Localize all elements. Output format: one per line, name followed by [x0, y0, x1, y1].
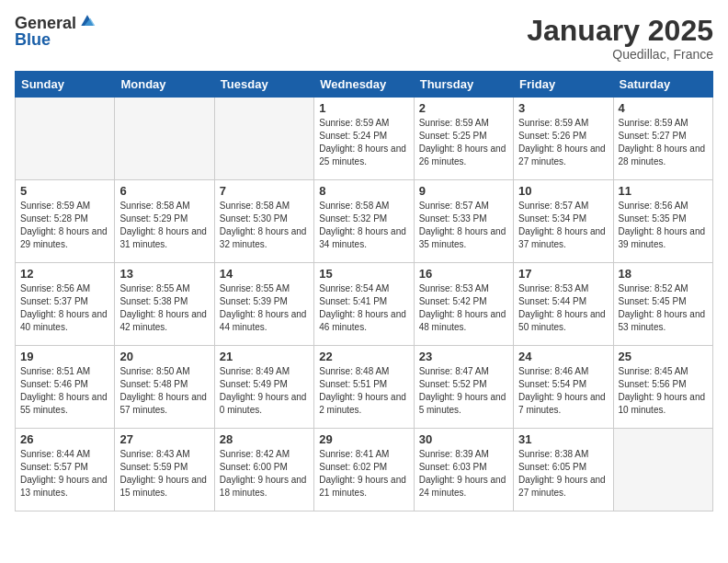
day-info: Sunrise: 8:55 AMSunset: 5:38 PMDaylight:… — [119, 282, 209, 334]
calendar-week-1: 1 Sunrise: 8:59 AMSunset: 5:24 PMDayligh… — [16, 98, 713, 180]
day-info: Sunrise: 8:58 AMSunset: 5:30 PMDaylight:… — [220, 200, 309, 251]
day-header-wednesday: Wednesday — [314, 72, 414, 98]
calendar-cell: 15 Sunrise: 8:54 AMSunset: 5:41 PMDaylig… — [314, 263, 414, 346]
calendar-cell: 16 Sunrise: 8:53 AMSunset: 5:42 PMDaylig… — [414, 263, 513, 346]
day-info: Sunrise: 8:51 AMSunset: 5:46 PMDaylight:… — [20, 365, 109, 417]
day-info: Sunrise: 8:41 AMSunset: 6:02 PMDaylight:… — [319, 448, 408, 500]
day-number: 2 — [419, 101, 508, 115]
calendar-cell: 17 Sunrise: 8:53 AMSunset: 5:44 PMDaylig… — [514, 263, 613, 346]
calendar-week-2: 5 Sunrise: 8:59 AMSunset: 5:28 PMDayligh… — [16, 180, 713, 263]
day-number: 16 — [419, 267, 508, 281]
calendar-cell: 13 Sunrise: 8:55 AMSunset: 5:38 PMDaylig… — [115, 263, 214, 346]
day-number: 19 — [20, 350, 109, 363]
day-header-saturday: Saturday — [613, 72, 712, 98]
day-info: Sunrise: 8:59 AMSunset: 5:28 PMDaylight:… — [20, 200, 109, 251]
calendar-cell: 10 Sunrise: 8:57 AMSunset: 5:34 PMDaylig… — [514, 180, 613, 263]
day-info: Sunrise: 8:53 AMSunset: 5:44 PMDaylight:… — [518, 282, 608, 334]
page-header: General Blue January 2025 Quedillac, Fra… — [15, 15, 713, 62]
day-info: Sunrise: 8:47 AMSunset: 5:52 PMDaylight:… — [419, 365, 508, 417]
day-info: Sunrise: 8:46 AMSunset: 5:54 PMDaylight:… — [518, 365, 608, 417]
day-number: 5 — [20, 184, 109, 198]
calendar-cell: 7 Sunrise: 8:58 AMSunset: 5:30 PMDayligh… — [214, 180, 313, 263]
calendar-cell: 19 Sunrise: 8:51 AMSunset: 5:46 PMDaylig… — [16, 346, 115, 429]
day-number: 11 — [619, 184, 708, 198]
calendar-cell: 1 Sunrise: 8:59 AMSunset: 5:24 PMDayligh… — [314, 98, 414, 180]
calendar-cell: 28 Sunrise: 8:42 AMSunset: 6:00 PMDaylig… — [214, 429, 313, 511]
day-info: Sunrise: 8:49 AMSunset: 5:49 PMDaylight:… — [220, 365, 309, 417]
day-info: Sunrise: 8:53 AMSunset: 5:42 PMDaylight:… — [419, 282, 508, 334]
day-info: Sunrise: 8:59 AMSunset: 5:26 PMDaylight:… — [518, 117, 608, 168]
day-number: 25 — [619, 350, 708, 363]
day-info: Sunrise: 8:57 AMSunset: 5:34 PMDaylight:… — [518, 200, 608, 251]
day-number: 26 — [20, 432, 109, 446]
logo: General Blue — [15, 15, 97, 48]
day-number: 21 — [220, 350, 309, 363]
logo-icon — [78, 12, 97, 30]
calendar-week-3: 12 Sunrise: 8:56 AMSunset: 5:37 PMDaylig… — [16, 263, 713, 346]
calendar-week-5: 26 Sunrise: 8:44 AMSunset: 5:57 PMDaylig… — [16, 429, 713, 511]
calendar-cell: 6 Sunrise: 8:58 AMSunset: 5:29 PMDayligh… — [115, 180, 214, 263]
calendar-cell: 21 Sunrise: 8:49 AMSunset: 5:49 PMDaylig… — [214, 346, 313, 429]
calendar-cell: 23 Sunrise: 8:47 AMSunset: 5:52 PMDaylig… — [414, 346, 513, 429]
day-number: 22 — [319, 350, 408, 363]
calendar-cell: 25 Sunrise: 8:45 AMSunset: 5:56 PMDaylig… — [613, 346, 712, 429]
day-number: 30 — [419, 432, 508, 446]
day-header-tuesday: Tuesday — [214, 72, 313, 98]
day-info: Sunrise: 8:38 AMSunset: 6:05 PMDaylight:… — [518, 448, 608, 500]
day-info: Sunrise: 8:48 AMSunset: 5:51 PMDaylight:… — [319, 365, 408, 417]
calendar-cell: 5 Sunrise: 8:59 AMSunset: 5:28 PMDayligh… — [16, 180, 115, 263]
day-number: 24 — [518, 350, 608, 363]
day-number: 10 — [518, 184, 608, 198]
day-info: Sunrise: 8:50 AMSunset: 5:48 PMDaylight:… — [119, 365, 209, 417]
day-info: Sunrise: 8:59 AMSunset: 5:25 PMDaylight:… — [419, 117, 508, 168]
calendar-cell: 24 Sunrise: 8:46 AMSunset: 5:54 PMDaylig… — [514, 346, 613, 429]
day-number: 7 — [220, 184, 309, 198]
day-info: Sunrise: 8:39 AMSunset: 6:03 PMDaylight:… — [419, 448, 508, 500]
calendar-cell: 22 Sunrise: 8:48 AMSunset: 5:51 PMDaylig… — [314, 346, 414, 429]
day-header-sunday: Sunday — [16, 72, 115, 98]
day-info: Sunrise: 8:55 AMSunset: 5:39 PMDaylight:… — [220, 282, 309, 334]
calendar-subtitle: Quedillac, France — [527, 47, 713, 62]
calendar-cell: 14 Sunrise: 8:55 AMSunset: 5:39 PMDaylig… — [214, 263, 313, 346]
calendar-week-4: 19 Sunrise: 8:51 AMSunset: 5:46 PMDaylig… — [16, 346, 713, 429]
day-info: Sunrise: 8:56 AMSunset: 5:35 PMDaylight:… — [619, 200, 708, 251]
day-header-friday: Friday — [514, 72, 613, 98]
day-number: 6 — [119, 184, 209, 198]
day-info: Sunrise: 8:54 AMSunset: 5:41 PMDaylight:… — [319, 282, 408, 334]
day-info: Sunrise: 8:42 AMSunset: 6:00 PMDaylight:… — [220, 448, 309, 500]
calendar-table: SundayMondayTuesdayWednesdayThursdayFrid… — [15, 71, 713, 511]
day-number: 1 — [319, 101, 408, 115]
logo-text-general: General — [15, 15, 76, 31]
day-info: Sunrise: 8:57 AMSunset: 5:33 PMDaylight:… — [419, 200, 508, 251]
day-header-thursday: Thursday — [414, 72, 513, 98]
day-number: 12 — [20, 267, 109, 281]
calendar-cell: 31 Sunrise: 8:38 AMSunset: 6:05 PMDaylig… — [514, 429, 613, 511]
day-number: 15 — [319, 267, 408, 281]
calendar-cell: 12 Sunrise: 8:56 AMSunset: 5:37 PMDaylig… — [16, 263, 115, 346]
day-number: 28 — [220, 432, 309, 446]
calendar-header-row: SundayMondayTuesdayWednesdayThursdayFrid… — [16, 72, 713, 98]
day-number: 18 — [619, 267, 708, 281]
calendar-cell: 8 Sunrise: 8:58 AMSunset: 5:32 PMDayligh… — [314, 180, 414, 263]
day-info: Sunrise: 8:58 AMSunset: 5:32 PMDaylight:… — [319, 200, 408, 251]
calendar-cell: 26 Sunrise: 8:44 AMSunset: 5:57 PMDaylig… — [16, 429, 115, 511]
day-info: Sunrise: 8:52 AMSunset: 5:45 PMDaylight:… — [619, 282, 708, 334]
calendar-cell: 4 Sunrise: 8:59 AMSunset: 5:27 PMDayligh… — [613, 98, 712, 180]
day-number: 13 — [119, 267, 209, 281]
day-number: 20 — [119, 350, 209, 363]
calendar-cell: 27 Sunrise: 8:43 AMSunset: 5:59 PMDaylig… — [115, 429, 214, 511]
calendar-cell: 11 Sunrise: 8:56 AMSunset: 5:35 PMDaylig… — [613, 180, 712, 263]
day-number: 31 — [518, 432, 608, 446]
calendar-cell: 29 Sunrise: 8:41 AMSunset: 6:02 PMDaylig… — [314, 429, 414, 511]
day-info: Sunrise: 8:56 AMSunset: 5:37 PMDaylight:… — [20, 282, 109, 334]
day-info: Sunrise: 8:45 AMSunset: 5:56 PMDaylight:… — [619, 365, 708, 417]
logo-text-blue: Blue — [15, 31, 97, 48]
calendar-title: January 2025 — [527, 15, 713, 47]
day-number: 4 — [619, 101, 708, 115]
day-info: Sunrise: 8:44 AMSunset: 5:57 PMDaylight:… — [20, 448, 109, 500]
day-info: Sunrise: 8:59 AMSunset: 5:27 PMDaylight:… — [619, 117, 708, 168]
day-number: 29 — [319, 432, 408, 446]
day-info: Sunrise: 8:43 AMSunset: 5:59 PMDaylight:… — [119, 448, 209, 500]
day-number: 8 — [319, 184, 408, 198]
day-header-monday: Monday — [115, 72, 214, 98]
